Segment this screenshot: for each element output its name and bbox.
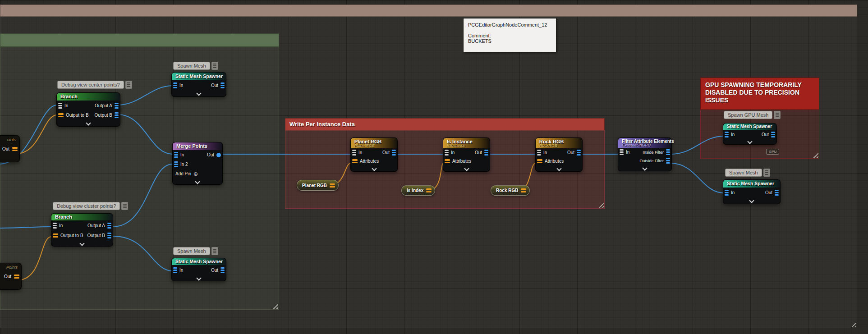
wire-left-points-a-to-branch-center[interactable] (17, 115, 57, 154)
wire-branch-cluster-a-to-merge-in2[interactable] (113, 164, 173, 227)
node-sms-right[interactable]: Static Mesh Spawner In Out (723, 179, 781, 204)
node-sms-gpu[interactable]: Static Mesh Spawner In Out (723, 123, 777, 145)
out-pin[interactable] (216, 153, 221, 157)
node-header[interactable]: Planet RGB PlanetRGB (351, 138, 397, 148)
in-pin[interactable] (53, 223, 57, 229)
out-pin[interactable] (771, 132, 775, 137)
bubble-pin-icon[interactable] (211, 62, 218, 70)
collapse-button[interactable] (51, 240, 113, 246)
in-pin[interactable] (445, 150, 449, 156)
in-pin[interactable] (174, 152, 178, 158)
collapse-button[interactable] (172, 275, 226, 281)
node-sms-bottom[interactable]: Static Mesh Spawner In Out (171, 258, 226, 281)
out-pin[interactable] (14, 275, 19, 279)
in-pin[interactable] (725, 190, 729, 196)
out-pin[interactable] (220, 267, 225, 273)
output-a-pin[interactable] (107, 223, 111, 229)
node-header[interactable]: Branch (51, 214, 113, 220)
bubble-debug-cluster-points[interactable]: Debug view cluster points? (53, 202, 128, 210)
node-filter-attribute-elements[interactable]: Filter Attribute Elements ExecuteOnGPU I… (618, 137, 672, 171)
wire-left-points-b-to-branch-cluster[interactable] (18, 237, 51, 280)
node-left-points-a[interactable]: oints Out (0, 135, 20, 162)
bubble-pin-icon[interactable] (211, 247, 218, 255)
wire-branch-cluster-b-to-sms-bottom[interactable] (113, 236, 173, 271)
collapse-button[interactable] (443, 165, 490, 171)
node-header[interactable]: Branch (57, 93, 120, 101)
pill-planet-rgb[interactable]: Planet RGB (297, 180, 339, 191)
wire-left-to-branch-cluster-in[interactable] (0, 227, 51, 228)
out-pin[interactable] (484, 150, 488, 156)
out-pin[interactable] (775, 190, 779, 196)
bubble-spawn-gpu-mesh[interactable]: Spawn GPU Mesh (724, 111, 781, 119)
bubble-pin-icon[interactable] (774, 111, 781, 119)
node-header[interactable]: Merge Points (173, 142, 222, 150)
out-pin[interactable] (330, 183, 335, 188)
node-header[interactable]: Rock RGB RockRGB (536, 138, 582, 148)
attributes-pin[interactable] (352, 159, 358, 163)
collapse-button[interactable] (536, 165, 582, 171)
attributes-pin[interactable] (537, 159, 542, 163)
node-sms-top[interactable]: Static Mesh Spawner In Out (171, 72, 226, 97)
in-pin[interactable] (58, 103, 62, 109)
out-pin[interactable] (577, 150, 581, 156)
bubble-pin-icon[interactable] (125, 81, 132, 89)
wire-branch-center-b-to-merge-in[interactable] (118, 114, 173, 154)
node-is-instance[interactable]: Is Instance IsInstance In Out Attributes (443, 137, 490, 172)
out-pin[interactable] (392, 150, 396, 156)
out-pin[interactable] (521, 188, 526, 192)
inside-filter-pin[interactable] (666, 149, 670, 155)
node-left-points-b[interactable]: Points Out (0, 263, 22, 290)
collapse-button[interactable] (173, 178, 222, 184)
bubble-pin-icon[interactable] (121, 202, 128, 210)
in2-pin[interactable] (174, 161, 178, 167)
in-pin[interactable] (352, 150, 356, 156)
output-b-pin[interactable] (107, 233, 111, 238)
in-pin[interactable] (725, 132, 729, 137)
chevron-down-icon (197, 92, 201, 95)
node-header[interactable]: Filter Attribute Elements ExecuteOnGPU (618, 138, 671, 148)
in-pin[interactable] (173, 82, 177, 88)
collapse-button[interactable] (172, 90, 226, 96)
node-branch-cluster[interactable]: Branch In Output A Output to B Output B (51, 213, 113, 247)
in-pin[interactable] (173, 267, 177, 273)
node-header[interactable]: Static Mesh Spawner (723, 180, 780, 188)
bubble-debug-center-points[interactable]: Debug view center points? (57, 81, 132, 89)
in-pin[interactable] (620, 149, 624, 155)
bubble-spawn-mesh-right[interactable]: Spawn Mesh (725, 169, 770, 177)
node-header[interactable]: Static Mesh Spawner (172, 258, 226, 265)
wire-filter-outside-to-sms-right[interactable] (671, 163, 724, 193)
outside-filter-pin[interactable] (666, 158, 670, 164)
in-pin[interactable] (537, 150, 541, 156)
node-header[interactable]: Static Mesh Spawner (723, 124, 776, 130)
pcg-graph-editor-canvas[interactable]: { "colors": { "wire-blue": "#3f8ed2", "w… (0, 0, 868, 334)
collapse-button[interactable] (57, 120, 120, 126)
collapse-button[interactable] (723, 197, 780, 204)
output-to-b-pin[interactable] (58, 113, 64, 117)
pin-label: Output B (87, 233, 105, 238)
collapse-button[interactable] (351, 165, 397, 171)
node-title: Static Mesh Spawner (727, 124, 773, 129)
node-rock-rgb[interactable]: Rock RGB RockRGB In Out Attributes (535, 137, 583, 172)
node-branch-center[interactable]: Branch In Output A Output to B Output B (56, 92, 120, 127)
wire-filter-inside-to-sms-gpu[interactable] (671, 136, 724, 154)
output-to-b-pin[interactable] (53, 233, 58, 238)
node-planet-rgb[interactable]: Planet RGB PlanetRGB In Out Attributes (350, 137, 398, 172)
bubble-pin-icon[interactable] (763, 169, 770, 177)
collapse-button[interactable] (618, 165, 671, 171)
out-pin[interactable] (12, 147, 18, 151)
node-header[interactable]: Is Instance IsInstance (443, 138, 490, 148)
output-a-pin[interactable] (115, 103, 119, 109)
node-merge-points[interactable]: Merge Points In Out In 2 Add Pin ⊕ (172, 142, 223, 185)
pill-is-index[interactable]: Is Index (401, 185, 435, 196)
output-b-pin[interactable] (115, 112, 119, 118)
bubble-spawn-mesh-bottom[interactable]: Spawn Mesh (173, 247, 218, 255)
bubble-spawn-mesh-top[interactable]: Spawn Mesh (173, 62, 218, 70)
pill-rock-rgb[interactable]: Rock RGB (491, 185, 530, 196)
collapse-button[interactable] (723, 139, 776, 144)
node-subtitle: Points (0, 263, 21, 270)
out-pin[interactable] (220, 82, 225, 88)
node-header[interactable]: Static Mesh Spawner (172, 73, 226, 80)
add-pin-button[interactable]: Add Pin ⊕ (175, 171, 198, 177)
out-pin[interactable] (426, 188, 432, 192)
attributes-pin[interactable] (445, 159, 450, 163)
